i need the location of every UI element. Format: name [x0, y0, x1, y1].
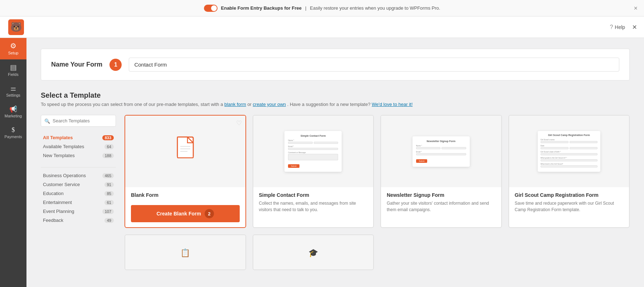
select-template-section: Select a Template To speed up the proces… [41, 91, 630, 270]
blank-card-info: Blank Form [125, 187, 245, 205]
help-label: Help [615, 24, 625, 30]
sidebar-item-marketing[interactable]: 📢 Marketing [0, 102, 26, 122]
or-text: or [247, 102, 253, 107]
filter-all-label: All Templates [43, 135, 73, 140]
cat-label-event-planning: Event Planning [43, 209, 74, 214]
filter-new-templates[interactable]: New Templates 188 [41, 151, 116, 160]
blank-card-title: Blank Form [131, 192, 240, 198]
filter-all-templates[interactable]: All Templates 833 [41, 133, 116, 142]
toggle-thumb [211, 5, 217, 11]
suggestion-link[interactable]: We'd love to hear it! [372, 102, 413, 107]
left-sidebar: ⚙ Setup ▤ Fields ⚌ Settings 📢 Marketing … [0, 38, 26, 287]
cat-label-feedback: Feedback [43, 218, 63, 223]
category-section: Business Operations 465 Customer Service… [41, 171, 116, 225]
cat-label-entertainment: Entertainment [43, 200, 72, 205]
payments-icon: $ [12, 127, 15, 133]
blank-card-preview: ♡ [125, 116, 245, 187]
marketing-icon: 📢 [9, 106, 17, 112]
category-business-operations[interactable]: Business Operations 465 [41, 171, 116, 180]
step-2-badge: 2 [205, 209, 214, 218]
category-feedback[interactable]: Feedback 49 [41, 216, 116, 225]
sidebar-item-payments[interactable]: $ Payments [0, 122, 26, 143]
girl-scout-card-info: Girl Scout Camp Registration Form Save t… [509, 187, 629, 218]
template-card-simple-contact[interactable]: Simple Contact Form Name * Email * [253, 115, 374, 228]
content-area: Name Your Form 1 Select a Template To sp… [26, 38, 644, 287]
create-own-link[interactable]: create your own [253, 102, 286, 107]
partial-1-preview: 📋 [125, 235, 245, 270]
sidebar-item-label-settings: Settings [6, 93, 20, 97]
filter-all-count: 833 [102, 135, 114, 140]
template-card-newsletter[interactable]: Newsletter Signup Form Name * Email * [380, 115, 502, 228]
notice-close-button[interactable]: × [634, 5, 638, 11]
newsletter-card-preview: Newsletter Signup Form Name * Email * [381, 116, 501, 187]
help-link[interactable]: ? Help [610, 24, 625, 30]
girl-scout-card-desc: Save time and reduce paperwork with our … [515, 200, 624, 213]
category-entertainment[interactable]: Entertainment 61 [41, 198, 116, 207]
template-card-partial-2[interactable]: 🎓 [253, 234, 374, 270]
contact-mini-form: Simple Contact Form Name * Email * [284, 131, 342, 172]
select-template-title: Select a Template [41, 91, 630, 99]
cat-count-event-planning: 107 [102, 209, 114, 214]
newsletter-card-title: Newsletter Signup Form [387, 192, 496, 198]
filter-divider [41, 167, 116, 167]
cat-label-business: Business Operations [43, 173, 86, 178]
desc-prefix: To speed up the process you can select f… [41, 102, 223, 107]
help-circle-icon: ? [610, 24, 613, 30]
cat-count-entertainment: 61 [104, 200, 114, 205]
search-input[interactable] [41, 115, 116, 127]
category-event-planning[interactable]: Event Planning 107 [41, 207, 116, 216]
blank-fav-button[interactable]: ♡ [236, 119, 242, 127]
settings-icon: ⚌ [10, 85, 16, 92]
partial-2-icon: 🎓 [308, 248, 318, 258]
template-card-blank[interactable]: ♡ [125, 115, 246, 228]
top-header: 🐻 ? Help × [0, 16, 644, 38]
main-layout: ⚙ Setup ▤ Fields ⚌ Settings 📢 Marketing … [0, 38, 644, 287]
contact-card-info: Simple Contact Form Collect the names, e… [253, 187, 374, 218]
newsletter-mini-form: Newsletter Signup Form Name * Email * [413, 136, 470, 167]
search-wrap: 🔍 [41, 115, 116, 127]
sidebar-item-setup[interactable]: ⚙ Setup [0, 38, 26, 59]
form-name-section: Name Your Form 1 [41, 49, 630, 81]
contact-card-preview: Simple Contact Form Name * Email * [253, 116, 374, 187]
category-education[interactable]: Education 85 [41, 189, 116, 198]
sidebar-item-label-fields: Fields [8, 72, 18, 77]
logo: 🐻 [7, 18, 25, 36]
sidebar-item-label-setup: Setup [8, 51, 19, 55]
form-name-input[interactable] [129, 58, 619, 72]
backup-toggle[interactable] [204, 5, 218, 12]
filter-new-count: 188 [102, 153, 114, 158]
cat-count-business: 465 [102, 173, 114, 178]
sidebar-item-label-payments: Payments [5, 135, 22, 139]
select-template-desc: To speed up the process you can select f… [41, 102, 630, 107]
header-close-button[interactable]: × [632, 23, 637, 32]
blank-card-action: Create Blank Form 2 [125, 205, 245, 227]
suggestion-text: . Have a suggestion for a new template? [287, 102, 371, 107]
template-card-partial-1[interactable]: 📋 [125, 234, 246, 270]
notice-separator: | [305, 5, 306, 11]
template-grid: ♡ [125, 115, 630, 270]
template-sidebar: 🔍 All Templates 833 Available Templates … [41, 115, 116, 270]
notice-desc: Easily restore your entries when you upg… [310, 5, 440, 11]
girl-scout-card-title: Girl Scout Camp Registration Form [515, 192, 624, 198]
create-blank-label: Create Blank Form [157, 211, 201, 217]
category-customer-service[interactable]: Customer Service 91 [41, 180, 116, 189]
blank-form-link[interactable]: blank form [224, 102, 246, 107]
template-card-girl-scout[interactable]: Girl Scout Camp Registration Form Girl S… [508, 115, 630, 228]
cat-label-customer-service: Customer Service [43, 182, 80, 187]
notice-title: Enable Form Entry Backups for Free [221, 5, 302, 11]
step-1-badge: 1 [109, 59, 122, 71]
sidebar-item-fields[interactable]: ▤ Fields [0, 59, 26, 81]
filter-available-label: Available Templates [43, 144, 84, 149]
sidebar-item-settings[interactable]: ⚌ Settings [0, 81, 26, 102]
cat-label-education: Education [43, 191, 64, 196]
filter-group: All Templates 833 Available Templates 64… [41, 133, 116, 160]
notice-bar: Enable Form Entry Backups for Free | Eas… [0, 0, 644, 16]
filter-available-templates[interactable]: Available Templates 64 [41, 142, 116, 151]
contact-card-title: Simple Contact Form [259, 192, 368, 198]
newsletter-card-info: Newsletter Signup Form Gather your site … [381, 187, 501, 218]
gear-icon: ⚙ [10, 42, 16, 49]
sidebar-item-label-marketing: Marketing [5, 114, 22, 118]
create-blank-button[interactable]: Create Blank Form 2 [131, 205, 240, 222]
template-layout: 🔍 All Templates 833 Available Templates … [41, 115, 630, 270]
blank-form-icon [175, 136, 196, 166]
